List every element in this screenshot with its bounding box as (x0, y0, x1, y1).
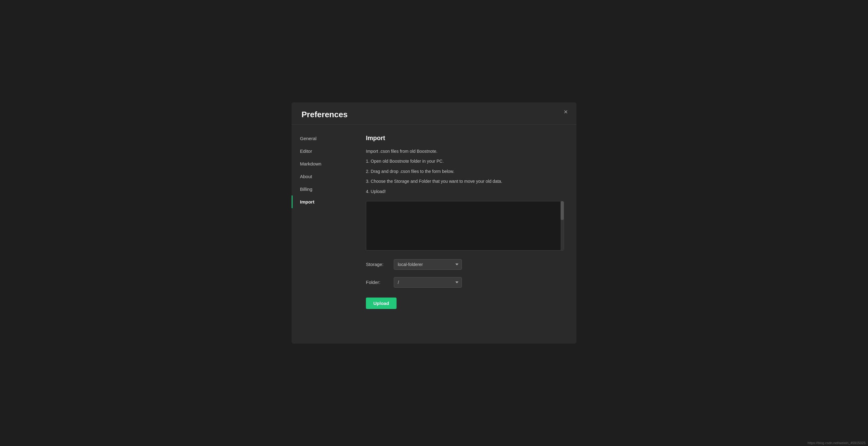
instructions: Import .cson files from old Boostnote. 1… (366, 148, 564, 195)
step-2: 2. Drag and drop .cson files to the form… (366, 168, 564, 175)
folder-label: Folder: (366, 280, 394, 285)
storage-row: Storage: local-folderer (366, 259, 564, 270)
storage-select[interactable]: local-folderer (394, 259, 462, 270)
sidebar-item-label: Editor (300, 148, 312, 154)
sidebar-item-import[interactable]: Import (291, 196, 353, 208)
sidebar-item-label: General (300, 136, 316, 141)
sidebar-item-editor[interactable]: Editor (291, 145, 353, 158)
sidebar-item-about[interactable]: About (291, 170, 353, 183)
sidebar-item-billing[interactable]: Billing (291, 183, 353, 196)
sidebar-item-label: Billing (300, 186, 312, 192)
modal-body: General Editor Markdown About Billing Im… (291, 125, 577, 344)
upload-button[interactable]: Upload (366, 298, 397, 309)
scrollbar[interactable] (561, 201, 564, 250)
step-1: 1. Open old Boostnote folder in your PC. (366, 158, 564, 165)
modal-header: Preferences × (291, 102, 577, 125)
close-button[interactable]: × (561, 107, 570, 116)
sidebar-item-markdown[interactable]: Markdown (291, 158, 353, 170)
description-text: Import .cson files from old Boostnote. (366, 148, 564, 155)
folder-select[interactable]: / (394, 277, 462, 288)
modal-title: Preferences (302, 110, 566, 119)
preferences-modal: Preferences × General Editor Markdown Ab… (291, 102, 577, 344)
sidebar-item-label: Markdown (300, 161, 321, 166)
status-bar: https://blog.csdn.net/weixin_45915025 (805, 440, 868, 446)
folder-row: Folder: / (366, 277, 564, 288)
step-3: 3. Choose the Storage and Folder that yo… (366, 178, 564, 185)
sidebar-item-label: About (300, 174, 312, 179)
sidebar-item-general[interactable]: General (291, 132, 353, 145)
storage-label: Storage: (366, 262, 394, 267)
status-url: https://blog.csdn.net/weixin_45915025 (808, 441, 866, 445)
section-title: Import (366, 135, 564, 142)
sidebar-item-label: Import (300, 199, 314, 204)
content-area: Import Import .cson files from old Boost… (353, 125, 577, 344)
sidebar: General Editor Markdown About Billing Im… (291, 125, 353, 344)
scrollbar-thumb (561, 201, 564, 220)
step-4: 4. Upload! (366, 188, 564, 195)
drop-zone[interactable] (366, 201, 564, 250)
